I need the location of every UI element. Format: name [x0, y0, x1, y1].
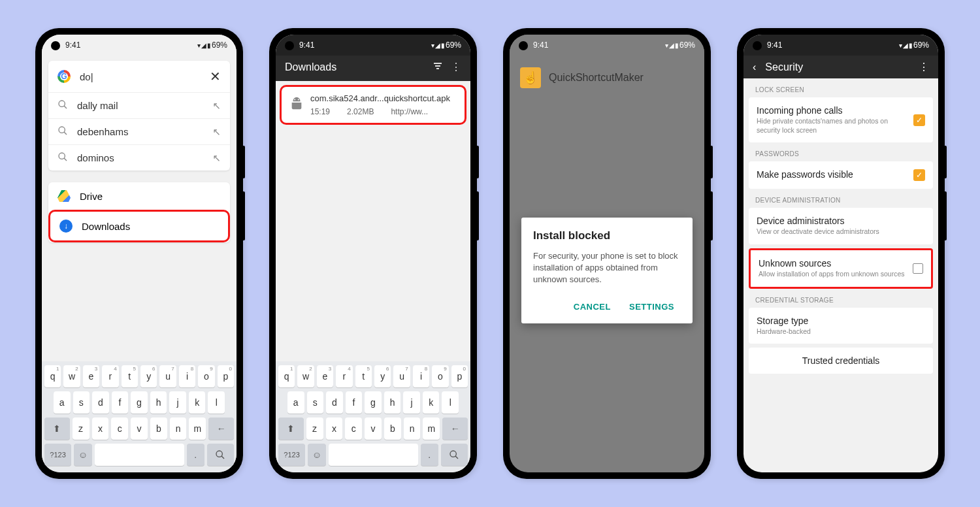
key-o[interactable]: o — [198, 365, 214, 387]
key-s[interactable]: s — [73, 391, 90, 414]
key-g[interactable]: g — [131, 391, 148, 414]
suggestion-2[interactable]: debenhams ↗ — [48, 118, 230, 144]
enter-key[interactable] — [441, 444, 468, 466]
key-m[interactable]: m — [189, 417, 206, 440]
section-passwords: PASSWORDS — [749, 142, 933, 161]
shift-key[interactable]: ⬆ — [44, 417, 70, 440]
key-x[interactable]: x — [92, 417, 109, 440]
keyboard[interactable]: qwertyuiop asdfghjkl ⬆ zxcvbnm ← ?123 ☺ … — [276, 361, 470, 472]
make-passwords-item[interactable]: Make passwords visible ✓ — [749, 161, 933, 189]
key-j[interactable]: j — [403, 391, 420, 414]
phone-2: 9:41 ▾ ◢ ▮ 69% Downloads ⋮ com.sika524.a… — [269, 28, 477, 479]
key-w[interactable]: w — [297, 365, 314, 387]
key-t[interactable]: t — [122, 365, 138, 387]
checkbox-on-icon[interactable]: ✓ — [913, 114, 925, 126]
key-g[interactable]: g — [365, 391, 382, 414]
device-admin-item[interactable]: Device administrators View or deactivate… — [749, 208, 933, 244]
key-q[interactable]: q — [278, 365, 295, 387]
keyboard[interactable]: qwertyuiop asdfghjkl ⬆ zxcvbnm ← ?123 ☺ … — [42, 361, 237, 472]
suggestion-3[interactable]: dominos ↗ — [48, 144, 230, 171]
key-h[interactable]: h — [384, 391, 401, 414]
key-w[interactable]: w — [63, 365, 80, 387]
key-v[interactable]: v — [131, 417, 148, 440]
search-input-row[interactable]: do| ✕ — [48, 61, 230, 92]
downloads-option[interactable]: ↓ Downloads — [48, 210, 230, 242]
period-key[interactable]: . — [187, 444, 204, 466]
key-u[interactable]: u — [159, 365, 176, 387]
emoji-key[interactable]: ☺ — [308, 444, 325, 466]
key-i[interactable]: i — [413, 365, 429, 387]
backspace-key[interactable]: ← — [442, 417, 468, 440]
suggestion-1[interactable]: dally mail ↗ — [48, 92, 230, 118]
storage-type-item[interactable]: Storage type Hardware-backed — [749, 308, 933, 344]
key-a[interactable]: a — [54, 391, 71, 414]
space-key[interactable] — [95, 444, 184, 466]
key-j[interactable]: j — [169, 391, 186, 414]
key-r[interactable]: r — [102, 365, 118, 387]
key-e[interactable]: e — [317, 365, 333, 387]
search-query[interactable]: do| — [80, 71, 201, 82]
apk-file[interactable]: com.sika524.andr...quickshortcut.apk 15:… — [280, 85, 466, 125]
key-q[interactable]: q — [44, 365, 61, 387]
status-bar: 9:41 ▾ ◢ ▮ 69% — [743, 35, 938, 56]
key-c[interactable]: c — [345, 417, 362, 440]
sort-icon[interactable] — [433, 61, 443, 73]
key-z[interactable]: z — [306, 417, 323, 440]
emoji-key[interactable]: ☺ — [74, 444, 91, 466]
key-t[interactable]: t — [355, 365, 372, 387]
incoming-calls-item[interactable]: Incoming phone calls Hide private contac… — [749, 97, 933, 142]
checkbox-on-icon[interactable]: ✓ — [913, 169, 925, 181]
key-y[interactable]: y — [140, 365, 157, 387]
key-p[interactable]: p — [218, 365, 234, 387]
key-v[interactable]: v — [365, 417, 382, 440]
key-e[interactable]: e — [83, 365, 99, 387]
key-b[interactable]: b — [150, 417, 167, 440]
key-d[interactable]: d — [92, 391, 109, 414]
key-r[interactable]: r — [336, 365, 352, 387]
key-f[interactable]: f — [346, 391, 363, 414]
cancel-button[interactable]: CANCEL — [567, 297, 617, 317]
key-l[interactable]: l — [208, 391, 225, 414]
key-y[interactable]: y — [374, 365, 391, 387]
kb-row-1: qwertyuiop — [278, 365, 468, 387]
key-f[interactable]: f — [112, 391, 129, 414]
key-k[interactable]: k — [423, 391, 440, 414]
key-h[interactable]: h — [150, 391, 167, 414]
key-x[interactable]: x — [326, 417, 343, 440]
key-k[interactable]: k — [189, 391, 206, 414]
shift-key[interactable]: ⬆ — [278, 417, 304, 440]
key-c[interactable]: c — [111, 417, 128, 440]
key-s[interactable]: s — [307, 391, 324, 414]
sym-key[interactable]: ?123 — [44, 444, 71, 466]
key-o[interactable]: o — [432, 365, 448, 387]
back-icon[interactable]: ‹ — [753, 61, 756, 73]
key-l[interactable]: l — [442, 391, 459, 414]
insert-icon[interactable]: ↗ — [212, 126, 221, 138]
insert-icon[interactable]: ↗ — [212, 152, 221, 164]
trusted-credentials-item[interactable]: Trusted credentials — [749, 348, 933, 374]
space-key[interactable] — [329, 444, 418, 466]
period-key[interactable]: . — [421, 444, 438, 466]
enter-key[interactable] — [207, 444, 234, 466]
key-n[interactable]: n — [404, 417, 421, 440]
key-p[interactable]: p — [451, 365, 468, 387]
backspace-key[interactable]: ← — [208, 417, 234, 440]
key-u[interactable]: u — [393, 365, 410, 387]
key-m[interactable]: m — [423, 417, 440, 440]
checkbox-off-icon[interactable] — [913, 263, 923, 274]
drive-option[interactable]: Drive — [48, 182, 230, 210]
file-size: 2.02MB — [347, 107, 374, 116]
insert-icon[interactable]: ↗ — [212, 100, 221, 112]
key-n[interactable]: n — [170, 417, 187, 440]
unknown-sources-item[interactable]: Unknown sources Allow installation of ap… — [749, 248, 933, 289]
settings-button[interactable]: SETTINGS — [623, 297, 681, 317]
clear-icon[interactable]: ✕ — [210, 69, 221, 84]
key-b[interactable]: b — [384, 417, 401, 440]
key-i[interactable]: i — [179, 365, 195, 387]
sym-key[interactable]: ?123 — [278, 444, 305, 466]
key-d[interactable]: d — [326, 391, 343, 414]
key-z[interactable]: z — [73, 417, 90, 440]
key-a[interactable]: a — [287, 391, 304, 414]
more-icon[interactable]: ⋮ — [451, 61, 461, 73]
more-icon[interactable]: ⋮ — [919, 61, 929, 73]
